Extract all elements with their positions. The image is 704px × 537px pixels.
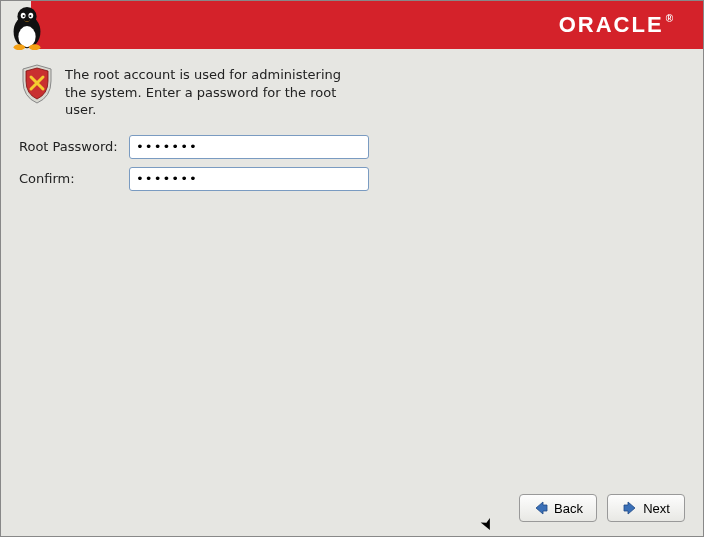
oracle-logo: ORACLE bbox=[559, 12, 673, 38]
header-red-banner: ORACLE bbox=[31, 1, 703, 49]
back-button[interactable]: Back bbox=[519, 494, 597, 522]
confirm-row: Confirm: bbox=[19, 167, 685, 191]
arrow-right-icon bbox=[622, 500, 638, 516]
root-password-label: Root Password: bbox=[19, 139, 129, 154]
tux-penguin-icon bbox=[7, 5, 47, 51]
svg-point-1 bbox=[18, 26, 35, 47]
svg-rect-9 bbox=[35, 81, 39, 85]
footer-buttons: Back Next bbox=[519, 494, 685, 522]
svg-point-6 bbox=[29, 15, 31, 17]
next-button[interactable]: Next bbox=[607, 494, 685, 522]
root-password-input[interactable] bbox=[129, 135, 369, 159]
info-row: The root account is used for administeri… bbox=[19, 63, 685, 119]
mouse-cursor-icon: ➤ bbox=[476, 514, 499, 534]
back-button-label: Back bbox=[554, 501, 583, 516]
svg-point-2 bbox=[17, 7, 36, 26]
installer-header: ORACLE bbox=[1, 1, 703, 49]
root-shield-icon bbox=[19, 63, 55, 105]
svg-point-5 bbox=[23, 15, 25, 17]
content-area: The root account is used for administeri… bbox=[1, 49, 703, 213]
next-button-label: Next bbox=[643, 501, 670, 516]
info-text: The root account is used for administeri… bbox=[65, 63, 345, 119]
root-password-row: Root Password: bbox=[19, 135, 685, 159]
svg-point-8 bbox=[29, 44, 41, 50]
confirm-label: Confirm: bbox=[19, 171, 129, 186]
confirm-input[interactable] bbox=[129, 167, 369, 191]
arrow-left-icon bbox=[533, 500, 549, 516]
svg-point-7 bbox=[14, 44, 26, 50]
